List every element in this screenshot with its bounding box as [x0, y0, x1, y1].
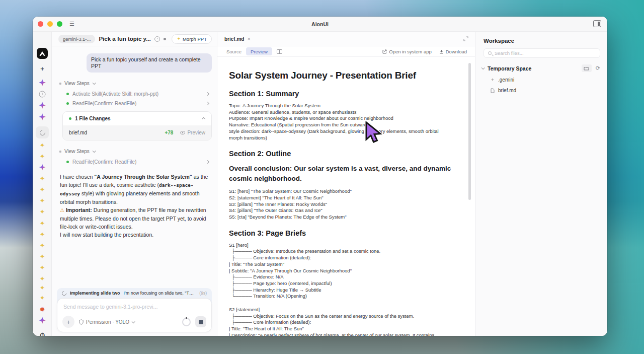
gemini-spark-icon[interactable]: [39, 164, 46, 171]
close-icon[interactable]: ×: [247, 36, 250, 42]
skill-badge[interactable]: ✦ Morph PPT: [172, 34, 212, 44]
view-steps-toggle[interactable]: View Steps: [59, 81, 212, 86]
success-dot: [66, 102, 69, 105]
open-folder-button[interactable]: [582, 64, 592, 72]
model-tab[interactable]: gemini-3.1-...: [58, 35, 95, 43]
minimize-window-button[interactable]: [47, 21, 53, 27]
titlebar: ☰ AionUi: [33, 17, 607, 32]
sparkle-icon[interactable]: ✦: [40, 253, 45, 260]
success-dot: [69, 117, 71, 120]
workspace-panel: Workspace Search files... Temporary Spac…: [475, 32, 607, 336]
sparkle-icon[interactable]: ✦: [40, 295, 45, 301]
doc-line: ├───── Core information (detailed):: [229, 319, 445, 326]
spinner-icon: [61, 290, 67, 297]
step-readfile[interactable]: ReadFile(Confirm: ReadFile): [58, 99, 212, 108]
file-changes-header[interactable]: 1 File Changes: [63, 112, 211, 125]
gemini-spark-icon[interactable]: [39, 79, 46, 86]
task-status-detail: I'm now focusing on slide two, "The Hea.…: [124, 291, 196, 296]
preview-tab[interactable]: Preview: [246, 47, 272, 55]
chevron-right-icon: [206, 102, 209, 105]
doc-conclusion: Overall conclusion: Our solar system is …: [229, 164, 455, 183]
zoom-window-button[interactable]: [57, 21, 62, 27]
permission-selector[interactable]: Permission · YOLO: [79, 319, 134, 325]
split-view-icon[interactable]: [277, 49, 282, 54]
doc-line: ├───── Objective: Introduce the presenta…: [229, 248, 445, 255]
sparkle-icon[interactable]: ✦: [40, 197, 45, 204]
document-scrollbar[interactable]: [468, 63, 471, 200]
chevron-down-icon: [93, 149, 96, 153]
folder-icon: [584, 66, 589, 70]
permission-label: Permission · YOLO: [86, 319, 129, 325]
burst-icon[interactable]: ✹: [40, 306, 45, 313]
message-input[interactable]: Send message to gemini-3.1-pro-previ... …: [57, 298, 212, 332]
workspace-root-row[interactable]: Temporary Space ⟳: [481, 64, 600, 72]
file-name: brief.md: [69, 130, 87, 135]
open-in-system-app-button[interactable]: Open in system app: [382, 49, 432, 54]
sparkle-icon[interactable]: ✦: [40, 264, 45, 271]
chevron-down-icon: [481, 66, 485, 69]
preview-button[interactable]: Preview: [180, 130, 205, 135]
step-readfile[interactable]: ReadFile(Confirm: ReadFile): [58, 157, 212, 167]
success-dot: [66, 93, 69, 95]
doc-line: S2 [statement]: [229, 307, 445, 313]
download-button[interactable]: Download: [439, 49, 467, 54]
sparkle-icon[interactable]: ✦: [40, 285, 45, 291]
open-app-label: Open in system app: [389, 49, 432, 54]
search-placeholder: Search files...: [495, 50, 524, 56]
doc-line: └───── Transition: N/A (Opening): [229, 293, 445, 300]
history-clock-icon[interactable]: [39, 91, 46, 98]
attach-button[interactable]: +: [62, 316, 74, 328]
context-usage-ring: [182, 318, 191, 326]
tree-item-gemini[interactable]: + .gemini: [491, 77, 607, 83]
source-tab[interactable]: Source: [226, 49, 242, 54]
sparkle-icon[interactable]: ✦: [40, 275, 45, 282]
message-text: I have chosen: [60, 174, 94, 180]
warning-icon: ⚠: [60, 207, 64, 213]
message-text: I will now start building the presentati…: [60, 232, 153, 238]
chevron-up-icon: [202, 117, 205, 121]
search-files-input[interactable]: Search files...: [484, 48, 600, 58]
close-window-button[interactable]: [38, 21, 43, 27]
gemini-spark-icon[interactable]: [39, 102, 46, 109]
doc-line: Topic: A Journey Through the Solar Syste…: [229, 103, 445, 109]
sparkle-icon[interactable]: ✦: [40, 153, 45, 160]
sparkle-icon[interactable]: ✦: [40, 175, 45, 182]
document-content: Solar System Journey - Presentation Brie…: [217, 58, 475, 336]
refresh-icon[interactable]: ⟳: [596, 65, 600, 71]
step-activate-skill[interactable]: Activate Skill(Activate Skill: morph-ppt…: [58, 89, 212, 99]
expand-plus-icon: +: [491, 77, 495, 83]
search-icon: [488, 51, 492, 55]
tab-brief-md[interactable]: brief.md ×: [224, 36, 251, 42]
task-duration: (9s): [199, 291, 207, 296]
tree-item-brief-md[interactable]: brief.md: [491, 88, 607, 93]
settings-gear-icon[interactable]: ⚙: [39, 332, 45, 336]
gemini-spark-icon[interactable]: [39, 317, 46, 324]
new-chat-button[interactable]: +: [40, 65, 44, 72]
step-label: ReadFile(Confirm: ReadFile): [72, 159, 136, 165]
bullet-dot: [59, 83, 61, 85]
window-title: AionUi: [33, 21, 607, 27]
sparkle-icon[interactable]: ✦: [40, 208, 45, 215]
timer-icon[interactable]: [154, 36, 160, 42]
document-panel: brief.md × Source Preview Open in system…: [217, 32, 475, 336]
file-change-row[interactable]: brief.md +78 Preview: [63, 125, 211, 140]
menu-icon[interactable]: ☰: [69, 21, 74, 27]
view-steps-toggle[interactable]: View Steps: [59, 149, 212, 154]
stop-button[interactable]: [195, 316, 206, 327]
chevron-right-icon: [206, 92, 209, 96]
expand-icon[interactable]: [463, 36, 469, 42]
sparkle-icon[interactable]: ✦: [40, 142, 45, 149]
chevron-right-icon: [206, 160, 209, 164]
sparkle-icon[interactable]: ✦: [40, 231, 45, 238]
sparkle-icon[interactable]: ✦: [40, 186, 45, 193]
panel-toggle-icon[interactable]: [593, 20, 601, 27]
gemini-spark-icon[interactable]: [39, 113, 46, 120]
doc-line: Style direction: dark--space-odyssey (Da…: [229, 128, 445, 141]
file-changes-title: 1 File Changes: [75, 116, 111, 121]
chevron-down-icon: [132, 320, 135, 323]
doc-line: | Title: "The Solar System": [229, 261, 445, 268]
sparkle-icon[interactable]: ✦: [40, 242, 45, 249]
app-logo[interactable]: [37, 48, 48, 59]
sparkle-icon[interactable]: ✦: [40, 220, 45, 227]
active-task-spinner[interactable]: [36, 126, 49, 138]
